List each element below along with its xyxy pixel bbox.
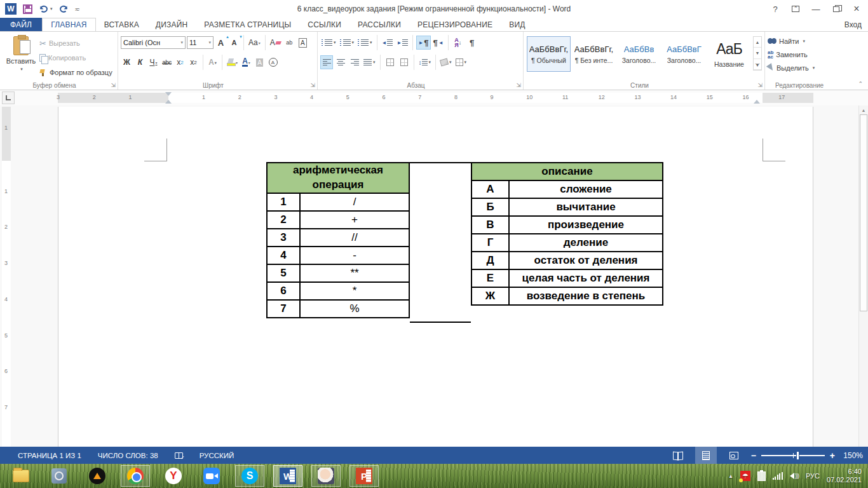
decrease-indent-button[interactable]: ◄ [381,36,395,50]
rtl-direction-button[interactable]: ¶◄ [432,36,445,50]
styles-more-button[interactable]: —▼ [754,59,761,70]
styles-scroll-down-button[interactable]: ▼ [754,48,761,58]
operations-table[interactable]: арифметическаяоперация1/2+3//4-5**6*7% [266,162,410,318]
help-button[interactable]: ? [766,2,784,16]
grow-font-button[interactable]: A▲ [215,36,227,50]
vertical-scrollbar[interactable]: ▲ [858,105,868,447]
volume-icon[interactable]: ))) [790,473,799,479]
multilevel-list-button[interactable]: ▾ [356,36,374,50]
show-marks-button[interactable]: ¶ [466,36,478,50]
taskbar-word-icon[interactable]: W [273,465,302,487]
word-count[interactable]: ЧИСЛО СЛОВ: 38 [98,452,158,459]
minimize-button[interactable]: — [807,2,825,16]
align-left-button[interactable] [320,55,333,69]
select-button[interactable]: Выделить ▾ [768,62,831,73]
styles-dialog-launcher[interactable]: ⇲ [757,83,763,88]
zoom-slider-thumb[interactable] [796,451,799,460]
taskbar-chrome-icon[interactable] [121,465,150,487]
paragraph-dialog-launcher[interactable]: ⇲ [516,83,521,88]
horizontal-ruler[interactable]: 3211234567891011121314151617 [58,93,813,103]
italic-button[interactable]: К [134,56,146,69]
zoom-in-button[interactable]: + [830,451,835,461]
tab-рассылки[interactable]: РАССЫЛКИ [349,18,409,31]
taskbar-explorer-icon[interactable] [6,465,36,487]
taskbar-powerpoint-icon[interactable]: P [349,465,379,487]
proofing-status-button[interactable] [175,452,183,459]
save-button[interactable] [23,4,32,14]
numbering-button[interactable]: ▾ [339,36,356,50]
distribute-button[interactable] [384,55,397,69]
qat-customize-button[interactable]: ≂ [75,6,80,13]
zoom-slider[interactable] [761,455,825,456]
style-card-3[interactable]: АаБбВвЗаголово... [617,36,661,72]
format-painter-button[interactable]: Формат по образцу [39,66,112,79]
character-border-button[interactable]: А [297,36,309,50]
change-case-button[interactable]: Aa▾ [247,36,262,50]
undo-button[interactable]: ▾ [39,5,53,13]
restore-button[interactable] [827,2,845,16]
first-line-indent-marker[interactable] [165,92,172,96]
copy-button[interactable]: Копировать [39,51,112,64]
document-table[interactable]: арифметическаяоперация1/2+3//4-5**6*7% о… [266,162,663,323]
network-signal-icon[interactable] [773,472,783,480]
align-center-button[interactable] [334,55,347,69]
font-dialog-launcher[interactable]: ⇲ [310,83,315,88]
sign-in-link[interactable]: Вход [844,18,862,31]
style-card-4[interactable]: АаБбВвГЗаголово... [662,36,706,72]
avira-tray-icon[interactable]: ☂ [740,471,750,481]
ribbon-display-options-button[interactable] [787,2,804,16]
strikethrough-button[interactable]: abc [161,56,173,69]
bold-button[interactable]: Ж [121,56,133,69]
font-color-button[interactable]: А▾ [240,56,252,69]
font-size-combo[interactable]: 11 ▾ [187,36,214,49]
bullets-button[interactable]: ▾ [320,36,337,50]
scroll-up-arrow[interactable]: ▲ [859,105,868,114]
styles-scroll-up-button[interactable]: ▲ [754,37,761,48]
justify-button[interactable]: ▾ [362,55,377,69]
vertical-ruler[interactable]: 11234567 [2,107,11,447]
clear-formatting-button[interactable]: A [269,36,282,50]
word-app-icon[interactable]: W [5,3,17,15]
ltr-direction-button[interactable]: ►¶ [416,36,430,50]
language-indicator[interactable]: РУССКИЙ [200,452,234,459]
find-button[interactable]: Найти ▾ [768,36,831,46]
page-indicator[interactable]: СТРАНИЦА 1 ИЗ 1 [18,452,81,459]
redo-button[interactable] [59,5,69,13]
phonetic-guide-button[interactable]: ab [283,36,295,50]
tab-рецензирование[interactable]: РЕЦЕНЗИРОВАНИЕ [409,18,501,31]
read-mode-button[interactable] [667,447,689,464]
clock[interactable]: 6:40 07.02.2021 [827,468,862,484]
text-effects-button[interactable]: А▾ [207,56,219,69]
web-layout-button[interactable] [723,447,745,464]
tab-вид[interactable]: ВИД [501,18,533,31]
style-card-2[interactable]: АаБбВвГг,¶ Без инте... [572,36,616,72]
tab-selector-button[interactable] [2,92,15,104]
taskbar-yandex-icon[interactable]: Y [159,465,188,487]
hanging-indent-marker[interactable] [165,100,172,104]
shrink-font-button[interactable]: A▼ [228,36,240,50]
taskbar-skype-icon[interactable]: S [235,465,264,487]
battery-icon[interactable] [757,471,766,481]
close-button[interactable]: × [848,2,865,16]
replace-button[interactable]: abac Заменить [768,49,831,60]
tab-файл[interactable]: ФАЙЛ [0,18,42,31]
zoom-level[interactable]: 150% [841,451,863,460]
taskbar-aimp-icon[interactable] [83,465,112,487]
tab-ссылки[interactable]: ССЫЛКИ [299,18,349,31]
enclose-characters-button[interactable]: А [267,56,279,69]
character-shading-button[interactable]: A [254,56,266,69]
font-name-combo[interactable]: Calibri (Осн ▾ [121,36,186,49]
subscript-button[interactable]: x2 [174,56,186,69]
distribute-right-button[interactable] [398,55,410,69]
clipboard-dialog-launcher[interactable]: ⇲ [111,83,116,88]
tab-дизайн[interactable]: ДИЗАЙН [147,18,196,31]
scrollbar-thumb[interactable] [860,114,867,311]
style-card-1[interactable]: АаБбВвГг,¶ Обычный [527,36,571,72]
borders-button[interactable]: ▾ [454,55,468,69]
sort-button[interactable]: АЯ↓ [452,36,465,50]
shading-button[interactable]: ▾ [439,55,453,69]
taskbar-zoom-app-icon[interactable] [197,465,226,487]
right-indent-marker[interactable] [754,100,760,104]
tab-вставка[interactable]: ВСТАВКА [96,18,147,31]
tray-expand-icon[interactable]: ▲ [728,473,733,479]
